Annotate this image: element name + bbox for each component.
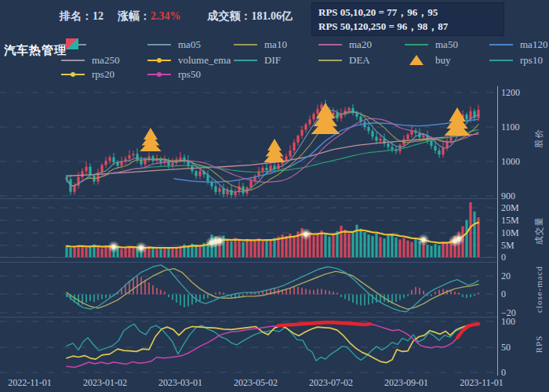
candle-body	[406, 135, 409, 140]
candle-body	[214, 187, 216, 192]
volume-bar	[253, 240, 256, 257]
candle-body	[300, 130, 303, 136]
rps-tick-label: 0	[501, 367, 506, 378]
volume-bar	[151, 249, 154, 257]
buy-triangle-icon	[409, 55, 424, 65]
rps-summary-line1: RPS 05,10,20 = 77，96，95	[318, 5, 497, 20]
volume-bar	[73, 247, 75, 257]
volume-tick-label: 20M	[501, 202, 519, 213]
candle-body	[308, 119, 311, 124]
candle-body	[81, 171, 83, 176]
volume-bar	[85, 248, 87, 257]
page-title: 汽车热管理	[4, 43, 67, 58]
rps50-highlight-line	[278, 322, 370, 325]
candle-body	[100, 165, 103, 172]
volume-bar	[344, 230, 346, 257]
ema-marker	[217, 239, 221, 243]
ema-marker	[111, 245, 115, 249]
header-stats: 排名：12涨幅：2.34%成交额：181.06亿	[60, 9, 293, 24]
candle-body	[422, 136, 424, 138]
volume-bar	[242, 242, 244, 257]
candle-body	[112, 158, 115, 162]
DEA-legend-line	[318, 60, 342, 61]
volume-bar	[155, 249, 158, 257]
dif-line	[67, 265, 478, 312]
candle-body	[195, 171, 197, 176]
candle-body	[261, 168, 264, 171]
change-label: 涨幅：	[118, 10, 151, 22]
legend-label: DIF	[264, 54, 281, 67]
price-axis-title: 股价	[533, 103, 545, 174]
stock-chart-app: 排名：12涨幅：2.34%成交额：181.06亿 RPS 05,10,20 = …	[0, 0, 549, 392]
legend-label: DEA	[349, 54, 370, 67]
x-axis-label: 2023-07-02	[296, 377, 366, 389]
volume-bar	[434, 244, 436, 257]
volume-bar	[398, 239, 401, 257]
x-axis-label: 2023-01-02	[70, 377, 140, 389]
volume-bar	[422, 243, 424, 257]
rps-tick-label: 100	[501, 316, 515, 327]
volume-bar	[442, 242, 444, 257]
volume-bar	[387, 235, 389, 257]
volume-tick-label: 10M	[501, 227, 519, 238]
volume-bar	[320, 230, 322, 257]
candle-body	[89, 167, 91, 176]
volume-bar	[69, 248, 71, 257]
ma10-legend-line	[234, 44, 257, 45]
candle-body	[136, 154, 138, 159]
ma05-legend-line	[147, 44, 171, 45]
candle-body	[477, 110, 479, 118]
volume-bar	[132, 247, 134, 257]
candle-body	[391, 147, 393, 150]
volume-bar	[351, 231, 354, 257]
volume-bar	[359, 229, 362, 257]
candle-body	[85, 167, 87, 172]
turnover-label: 成交额：	[208, 10, 252, 22]
candle-body	[120, 162, 122, 165]
volume-bar	[367, 234, 369, 257]
legend-label: ma10	[264, 38, 287, 51]
volume-bar	[120, 249, 122, 257]
volume-bar	[100, 249, 103, 257]
volume-bar	[293, 235, 295, 257]
volume-bar	[332, 235, 334, 257]
volume-bar	[391, 234, 393, 257]
volume-bar	[473, 212, 475, 257]
candle-body	[179, 158, 181, 160]
rank-value: 12	[93, 10, 104, 22]
rps50-legend-marker	[157, 72, 162, 77]
candle-body	[442, 147, 444, 154]
ema-marker	[421, 238, 425, 241]
DIF-legend-line	[234, 60, 257, 61]
rps50-highlight-line	[457, 324, 478, 338]
volume-bar	[340, 226, 342, 257]
volume-bar	[261, 241, 264, 257]
volume-bar	[245, 239, 248, 257]
candle-body	[434, 146, 436, 151]
volume-bar	[363, 232, 365, 257]
legend-label: buy	[435, 54, 451, 67]
ma20-legend-line	[318, 44, 342, 45]
ma50-legend-line	[405, 44, 428, 45]
volume-bar	[465, 220, 467, 257]
rps-summary-line2: RPS 50,120,250 = 96，98，87	[318, 20, 497, 34]
ema-marker	[304, 232, 307, 236]
candle-body	[238, 187, 240, 192]
candle-body	[398, 145, 401, 151]
candle-body	[171, 163, 173, 166]
volume-bar	[81, 246, 83, 257]
candle-body	[289, 151, 291, 156]
rps-summary-box: RPS 05,10,20 = 77，96，95 RPS 50,120,250 =…	[311, 2, 504, 36]
volume-bar	[238, 241, 240, 257]
volume-bar	[230, 241, 232, 257]
candle-body	[387, 143, 389, 147]
volume-bar	[124, 248, 126, 257]
rps-axis-title: RPS	[534, 309, 544, 379]
legend-label: ma50	[435, 38, 458, 51]
ma250-legend-line	[61, 60, 85, 61]
volume-bar	[226, 239, 228, 257]
volume-bar	[316, 233, 318, 257]
volume-bar	[375, 233, 377, 257]
price-tick-label: 900	[501, 191, 515, 201]
price-tick-label: 1000	[501, 156, 520, 167]
